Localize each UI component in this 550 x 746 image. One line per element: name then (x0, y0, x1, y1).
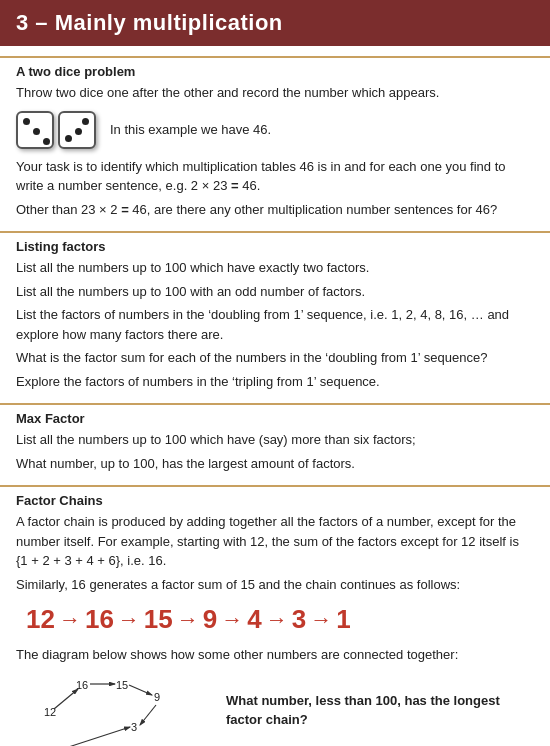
svg-line-14 (54, 689, 78, 709)
listing-para-3: List the factors of numbers in the ‘doub… (16, 305, 534, 344)
diagram-area: 16 15 9 12 3 11 7 8 10 14 (16, 671, 534, 747)
svg-line-13 (140, 705, 156, 725)
dice-example-text: In this example we have 46. (110, 122, 271, 137)
chain-arrow-6: → (310, 607, 332, 633)
svg-text:9: 9 (154, 691, 160, 703)
section-title-two-dice: A two dice problem (16, 64, 534, 79)
dot (75, 128, 82, 135)
dot (43, 138, 50, 145)
svg-text:3: 3 (131, 721, 137, 733)
listing-para-2: List all the numbers up to 100 with an o… (16, 282, 534, 302)
chain-num-16: 16 (85, 604, 114, 635)
chain-num-1: 1 (336, 604, 350, 635)
svg-line-15 (44, 727, 130, 747)
section-factor-chains: Factor Chains A factor chain is produced… (0, 485, 550, 746)
para-dice-1: Throw two dice one after the other and r… (16, 83, 534, 103)
die-2 (58, 111, 96, 149)
svg-text:12: 12 (44, 706, 56, 718)
para-dice-3: Other than 23 × 2 = 46, are there any ot… (16, 200, 534, 220)
chain-num-15: 15 (144, 604, 173, 635)
svg-text:15: 15 (116, 679, 128, 691)
section-title-factor-chains: Factor Chains (16, 493, 534, 508)
chain-arrow-5: → (266, 607, 288, 633)
section-title-listing-factors: Listing factors (16, 239, 534, 254)
chain-num-9: 9 (203, 604, 217, 635)
factor-chain-diagram: 16 15 9 12 3 11 7 8 10 14 (16, 671, 216, 747)
section-max-factor: Max Factor List all the numbers up to 10… (0, 403, 550, 485)
section-listing-factors: Listing factors List all the numbers up … (0, 231, 550, 403)
section-title-max-factor: Max Factor (16, 411, 534, 426)
chain-num-3: 3 (292, 604, 306, 635)
dot (82, 118, 89, 125)
chain-num-4: 4 (247, 604, 261, 635)
listing-para-5: Explore the factors of numbers in the ‘t… (16, 372, 534, 392)
chain-arrow-3: → (177, 607, 199, 633)
dot (65, 135, 72, 142)
die-1 (16, 111, 54, 149)
listing-para-4: What is the factor sum for each of the n… (16, 348, 534, 368)
para-dice-2: Your task is to identify which multiplic… (16, 157, 534, 196)
max-para-1: List all the numbers up to 100 which hav… (16, 430, 534, 450)
diagram-question: What number, less than 100, has the long… (226, 691, 534, 730)
dice-illustration: In this example we have 46. (16, 111, 534, 149)
chain-para-1: A factor chain is produced by adding tog… (16, 512, 534, 571)
svg-line-12 (129, 685, 152, 695)
max-para-2: What number, up to 100, has the largest … (16, 454, 534, 474)
dot (33, 128, 40, 135)
dot (23, 118, 30, 125)
chain-arrow-1: → (59, 607, 81, 633)
chain-num-12: 12 (26, 604, 55, 635)
listing-para-1: List all the numbers up to 100 which hav… (16, 258, 534, 278)
chain-diagram-intro: The diagram below shows how some other n… (16, 645, 534, 665)
section-two-dice: A two dice problem Throw two dice one af… (0, 56, 550, 231)
page-header: 3 – Mainly multiplication (0, 0, 550, 46)
chain-para-2: Similarly, 16 generates a factor sum of … (16, 575, 534, 595)
page-title: 3 – Mainly multiplication (16, 10, 534, 36)
chain-arrow-2: → (118, 607, 140, 633)
dice-images (16, 111, 96, 149)
chain-sequence: 12 → 16 → 15 → 9 → 4 → 3 → 1 (26, 604, 534, 635)
chain-arrow-4: → (221, 607, 243, 633)
